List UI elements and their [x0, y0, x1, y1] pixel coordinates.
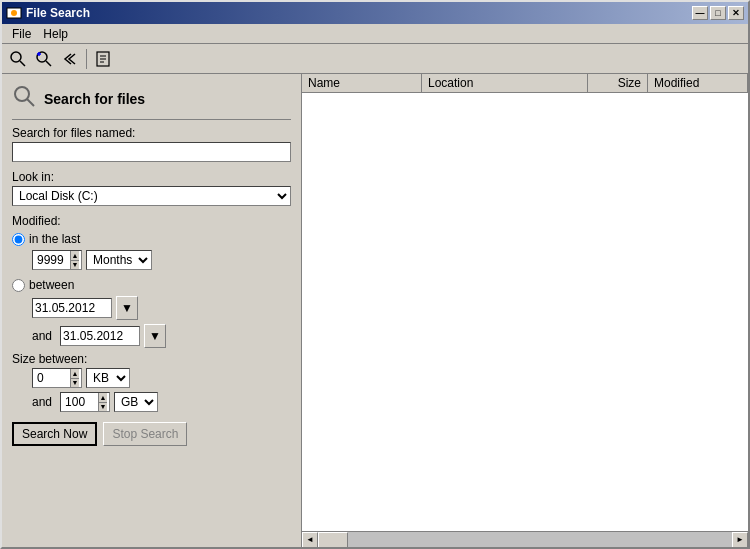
size-between-label: Size between:	[12, 352, 291, 366]
menu-help[interactable]: Help	[37, 25, 74, 43]
window-icon	[6, 5, 22, 21]
date-to-picker[interactable]: ▼	[144, 324, 166, 348]
size-section: Size between: ▲ ▼ KB MB GB	[12, 352, 291, 412]
svg-point-2	[11, 52, 21, 62]
col-header-location[interactable]: Location	[422, 74, 588, 92]
main-content: Search for files Search for files named:…	[2, 74, 748, 547]
look-in-select[interactable]: Local Disk (C:)	[12, 186, 291, 206]
minimize-button[interactable]: —	[692, 6, 708, 20]
action-button-row: Search Now Stop Search	[12, 422, 291, 446]
size-to-unit-select[interactable]: GB MB KB	[114, 392, 158, 412]
results-header: Name Location Size Modified	[302, 74, 748, 93]
date-to-input[interactable]	[60, 326, 140, 346]
search-now-button[interactable]: Search Now	[12, 422, 97, 446]
col-header-modified[interactable]: Modified	[648, 74, 748, 92]
title-bar: File Search — □ ✕	[2, 2, 748, 24]
look-in-label: Look in:	[12, 170, 291, 184]
search-name-input[interactable]	[12, 142, 291, 162]
col-header-name[interactable]: Name	[302, 74, 422, 92]
size-from-up[interactable]: ▲	[71, 369, 79, 379]
horizontal-scrollbar: ◄ ►	[302, 531, 748, 547]
maximize-button[interactable]: □	[710, 6, 726, 20]
search-header-title: Search for files	[44, 91, 145, 107]
menu-file[interactable]: File	[6, 25, 37, 43]
in-last-controls: ▲ ▼ Months Days Weeks	[32, 250, 291, 270]
left-panel: Search for files Search for files named:…	[2, 74, 302, 547]
size-to-row: and ▲ ▼ GB MB KB	[32, 392, 291, 412]
date-from-picker[interactable]: ▼	[116, 296, 138, 320]
svg-line-5	[46, 61, 51, 66]
toolbar	[2, 44, 748, 74]
in-last-value[interactable]	[35, 251, 70, 269]
radio-in-last-row: in the last	[12, 232, 291, 246]
size-to-spinbox: ▲ ▼	[60, 392, 110, 412]
radio-in-last-label: in the last	[29, 232, 80, 246]
size-to-arrows: ▲ ▼	[98, 393, 107, 411]
scroll-right-button[interactable]: ►	[732, 532, 748, 548]
size-from-down[interactable]: ▼	[71, 379, 79, 388]
svg-line-3	[20, 61, 25, 66]
date-from-row: ▼	[32, 296, 291, 320]
size-to-down[interactable]: ▼	[99, 403, 107, 412]
toolbar-separator	[86, 49, 87, 69]
toolbar-back-icon	[61, 50, 79, 68]
window-title: File Search	[26, 6, 90, 20]
search-header-icon	[12, 84, 36, 113]
radio-between-label: between	[29, 278, 74, 292]
size-to-value[interactable]	[63, 393, 98, 411]
menu-bar: File Help	[2, 24, 748, 44]
date-and-label: and	[32, 329, 52, 343]
svg-point-1	[11, 10, 17, 16]
title-controls: — □ ✕	[692, 6, 744, 20]
size-to-up[interactable]: ▲	[99, 393, 107, 403]
col-header-size[interactable]: Size	[588, 74, 648, 92]
in-last-up[interactable]: ▲	[71, 251, 79, 261]
in-last-down[interactable]: ▼	[71, 261, 79, 270]
look-in-row: Local Disk (C:)	[12, 186, 291, 206]
radio-between-row: between	[12, 278, 291, 292]
right-panel: Name Location Size Modified ◄ ►	[302, 74, 748, 547]
size-from-row: ▲ ▼ KB MB GB	[32, 368, 291, 388]
size-from-arrows: ▲ ▼	[70, 369, 79, 387]
date-from-input[interactable]	[32, 298, 112, 318]
in-last-arrows: ▲ ▼	[70, 251, 79, 269]
toolbar-newsearch-icon	[35, 50, 53, 68]
title-bar-left: File Search	[6, 5, 90, 21]
svg-point-12	[15, 87, 29, 101]
close-button[interactable]: ✕	[728, 6, 744, 20]
toolbar-search-button[interactable]	[6, 47, 30, 71]
date-to-row: and ▼	[32, 324, 291, 348]
scroll-track[interactable]	[318, 532, 732, 548]
scroll-left-button[interactable]: ◄	[302, 532, 318, 548]
toolbar-properties-button[interactable]	[91, 47, 115, 71]
radio-between[interactable]	[12, 279, 25, 292]
radio-in-last[interactable]	[12, 233, 25, 246]
results-body	[302, 93, 748, 531]
toolbar-properties-icon	[94, 50, 112, 68]
size-from-unit-select[interactable]: KB MB GB	[86, 368, 130, 388]
stop-search-button[interactable]: Stop Search	[103, 422, 187, 446]
size-and-label: and	[32, 395, 52, 409]
in-last-spinbox: ▲ ▼	[32, 250, 82, 270]
toolbar-newsearch-button[interactable]	[32, 47, 56, 71]
main-window: File Search — □ ✕ File Help	[0, 0, 750, 549]
svg-line-13	[27, 99, 34, 106]
toolbar-search-icon	[9, 50, 27, 68]
search-header: Search for files	[12, 84, 291, 120]
toolbar-back-button[interactable]	[58, 47, 82, 71]
in-last-unit-select[interactable]: Months Days Weeks	[86, 250, 152, 270]
scroll-thumb[interactable]	[318, 532, 348, 548]
search-name-label: Search for files named:	[12, 126, 291, 140]
size-from-spinbox: ▲ ▼	[32, 368, 82, 388]
modified-label: Modified:	[12, 214, 291, 228]
size-from-value[interactable]	[35, 369, 70, 387]
